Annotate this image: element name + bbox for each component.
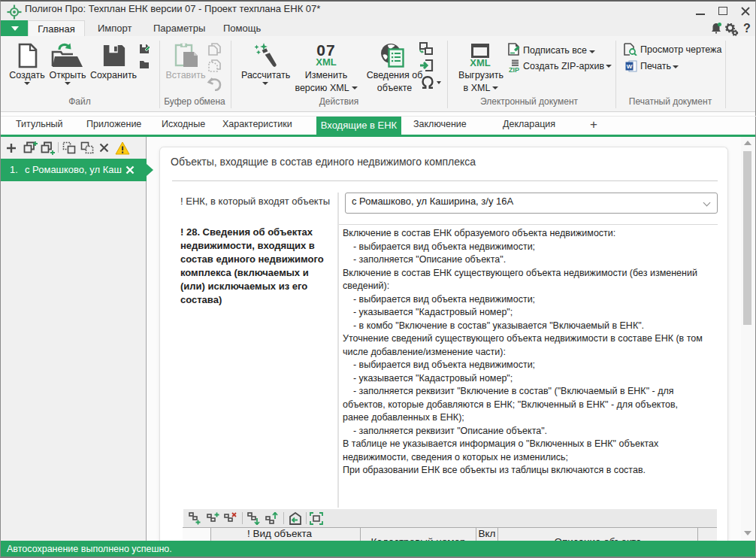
svg-text:W: W xyxy=(627,63,633,70)
svg-text:?: ? xyxy=(743,22,751,35)
